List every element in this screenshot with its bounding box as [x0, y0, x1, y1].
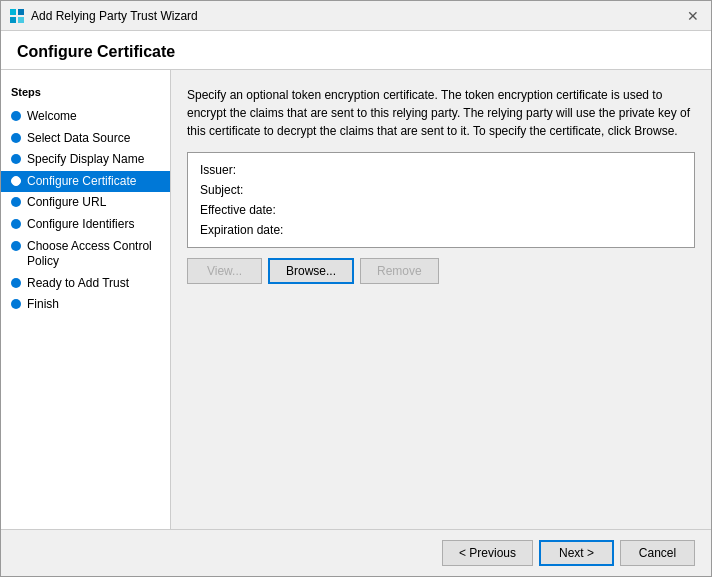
sidebar-item-label-welcome: Welcome [27, 109, 160, 125]
previous-button[interactable]: < Previous [442, 540, 533, 566]
step-dot-configure-identifiers [11, 219, 21, 229]
sidebar-item-select-data-source[interactable]: Select Data Source [1, 128, 170, 150]
step-dot-ready-to-add-trust [11, 278, 21, 288]
main-panel: Specify an optional token encryption cer… [171, 70, 711, 529]
titlebar: Add Relying Party Trust Wizard ✕ [1, 1, 711, 31]
next-button[interactable]: Next > [539, 540, 614, 566]
sidebar-item-configure-certificate[interactable]: Configure Certificate [1, 171, 170, 193]
cert-field-effective-date: Effective date: [200, 203, 682, 217]
sidebar: Steps WelcomeSelect Data SourceSpecify D… [1, 70, 171, 529]
sidebar-item-specify-display-name[interactable]: Specify Display Name [1, 149, 170, 171]
certificate-box: Issuer:Subject:Effective date:Expiration… [187, 152, 695, 248]
close-button[interactable]: ✕ [683, 6, 703, 26]
sidebar-item-label-configure-certificate: Configure Certificate [27, 174, 160, 190]
footer: < Previous Next > Cancel [1, 529, 711, 576]
cert-field-issuer: Issuer: [200, 163, 682, 177]
remove-button[interactable]: Remove [360, 258, 439, 284]
sidebar-item-label-select-data-source: Select Data Source [27, 131, 160, 147]
sidebar-item-configure-url[interactable]: Configure URL [1, 192, 170, 214]
cert-actions: View... Browse... Remove [187, 258, 695, 284]
sidebar-item-label-configure-url: Configure URL [27, 195, 160, 211]
cert-field-subject: Subject: [200, 183, 682, 197]
svg-rect-2 [10, 17, 16, 23]
step-dot-specify-display-name [11, 154, 21, 164]
page-title: Configure Certificate [17, 43, 695, 61]
browse-button[interactable]: Browse... [268, 258, 354, 284]
description-text: Specify an optional token encryption cer… [187, 86, 695, 140]
sidebar-item-ready-to-add-trust[interactable]: Ready to Add Trust [1, 273, 170, 295]
app-icon [9, 8, 25, 24]
sidebar-item-choose-access-control[interactable]: Choose Access Control Policy [1, 236, 170, 273]
cancel-button[interactable]: Cancel [620, 540, 695, 566]
sidebar-item-label-ready-to-add-trust: Ready to Add Trust [27, 276, 160, 292]
step-dot-welcome [11, 111, 21, 121]
step-dot-configure-url [11, 197, 21, 207]
step-dot-choose-access-control [11, 241, 21, 251]
step-dot-select-data-source [11, 133, 21, 143]
sidebar-item-label-finish: Finish [27, 297, 160, 313]
svg-rect-0 [10, 9, 16, 15]
wizard-window: Add Relying Party Trust Wizard ✕ Configu… [0, 0, 712, 577]
sidebar-item-label-configure-identifiers: Configure Identifiers [27, 217, 160, 233]
step-dot-finish [11, 299, 21, 309]
page-header: Configure Certificate [1, 31, 711, 70]
sidebar-item-label-specify-display-name: Specify Display Name [27, 152, 160, 168]
window-title: Add Relying Party Trust Wizard [31, 9, 683, 23]
steps-label: Steps [1, 82, 170, 106]
sidebar-item-welcome[interactable]: Welcome [1, 106, 170, 128]
view-button[interactable]: View... [187, 258, 262, 284]
sidebar-item-finish[interactable]: Finish [1, 294, 170, 316]
content-area: Steps WelcomeSelect Data SourceSpecify D… [1, 70, 711, 529]
svg-rect-3 [18, 17, 24, 23]
svg-rect-1 [18, 9, 24, 15]
step-dot-configure-certificate [11, 176, 21, 186]
cert-field-expiration-date: Expiration date: [200, 223, 682, 237]
sidebar-item-configure-identifiers[interactable]: Configure Identifiers [1, 214, 170, 236]
sidebar-item-label-choose-access-control: Choose Access Control Policy [27, 239, 160, 270]
